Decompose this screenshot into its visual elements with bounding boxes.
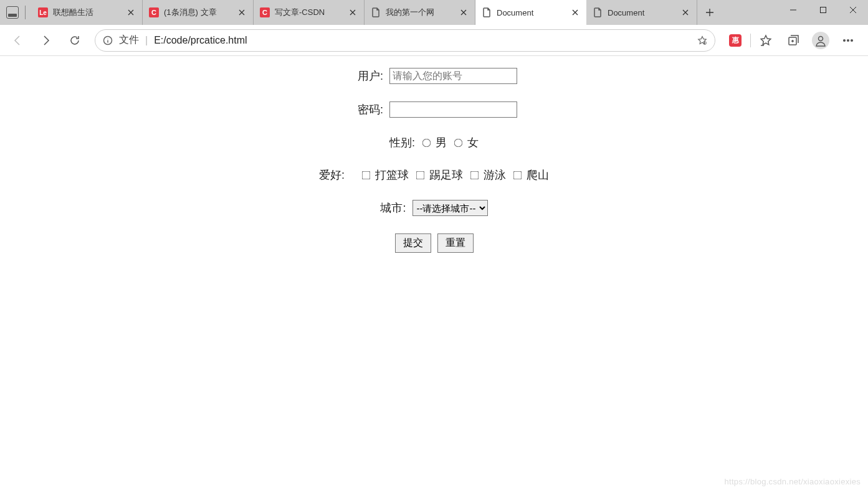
hobby-checkbox-basketball[interactable] bbox=[362, 171, 371, 179]
tab-actions-button-group bbox=[0, 0, 32, 25]
tab-csdn-write[interactable]: C 写文章-CSDN bbox=[254, 0, 365, 25]
document-icon bbox=[593, 7, 603, 17]
watermark: https://blog.csdn.net/xiaoxiaoxiexies bbox=[725, 477, 861, 486]
close-icon[interactable] bbox=[570, 7, 580, 17]
page-viewport: 用户: 密码: 性别: 男 女 爱好: bbox=[0, 56, 868, 490]
tab-title: 我的第一个网 bbox=[386, 7, 454, 18]
row-password: 密码: bbox=[0, 101, 868, 118]
tab-lenovo[interactable]: Le 联想酷生活 bbox=[32, 0, 143, 25]
svg-point-6 bbox=[847, 39, 849, 41]
row-buttons: 提交 重置 bbox=[0, 233, 868, 253]
tab-myfirst[interactable]: 我的第一个网 bbox=[365, 0, 475, 25]
toolbar: 文件 | E:/code/prcatice.html 惠 bbox=[0, 25, 868, 56]
close-icon[interactable] bbox=[459, 7, 469, 17]
svg-point-5 bbox=[844, 39, 846, 41]
row-user: 用户: bbox=[0, 68, 868, 84]
row-gender: 性别: 男 女 bbox=[0, 135, 868, 150]
tab-document-2[interactable]: Document bbox=[586, 0, 697, 25]
password-label: 密码: bbox=[351, 102, 383, 117]
tabs-container: Le 联想酷生活 C (1条消息) 文章 C 写文章-CSDN 我的第一个网 bbox=[32, 0, 778, 25]
favicon-csdn: C bbox=[149, 7, 159, 17]
hobby-label: 爱好: bbox=[319, 167, 345, 182]
maximize-button[interactable] bbox=[808, 0, 838, 20]
hobby-option-football: 踢足球 bbox=[429, 167, 463, 182]
hobby-option-swim: 游泳 bbox=[484, 167, 506, 182]
titlebar: Le 联想酷生活 C (1条消息) 文章 C 写文章-CSDN 我的第一个网 bbox=[0, 0, 868, 25]
tab-csdn-msg[interactable]: C (1条消息) 文章 bbox=[143, 0, 254, 25]
svg-point-4 bbox=[819, 36, 823, 40]
gender-radio-male[interactable] bbox=[422, 138, 431, 147]
refresh-button[interactable] bbox=[62, 28, 87, 53]
forward-button[interactable] bbox=[34, 28, 59, 53]
toolbar-right-icons: 惠 bbox=[723, 28, 863, 53]
city-label: 城市: bbox=[380, 200, 406, 215]
document-icon bbox=[371, 7, 381, 17]
menu-button[interactable] bbox=[836, 28, 861, 53]
gender-option-male: 男 bbox=[436, 135, 447, 150]
tab-document-active[interactable]: Document bbox=[475, 0, 586, 25]
tab-title: (1条消息) 文章 bbox=[164, 7, 232, 18]
svg-point-7 bbox=[851, 39, 853, 41]
close-icon[interactable] bbox=[680, 7, 690, 17]
hobby-option-basketball: 打篮球 bbox=[375, 167, 409, 182]
scheme-label: 文件 bbox=[119, 34, 139, 47]
hobby-checkbox-climb[interactable] bbox=[513, 171, 522, 179]
close-button[interactable] bbox=[838, 0, 868, 20]
close-icon[interactable] bbox=[237, 7, 247, 17]
extension-badge[interactable]: 惠 bbox=[723, 28, 748, 53]
tab-actions-icon[interactable] bbox=[6, 6, 19, 19]
back-button[interactable] bbox=[5, 28, 30, 53]
tab-title: Document bbox=[608, 8, 675, 17]
tab-title: 联想酷生活 bbox=[53, 7, 121, 18]
close-icon[interactable] bbox=[348, 7, 358, 17]
reset-button[interactable]: 重置 bbox=[437, 233, 474, 253]
form: 用户: 密码: 性别: 男 女 爱好: bbox=[0, 68, 868, 253]
gender-label: 性别: bbox=[389, 135, 415, 150]
divider bbox=[25, 6, 26, 19]
minimize-button[interactable] bbox=[778, 0, 808, 20]
hobby-checkbox-swim[interactable] bbox=[470, 171, 479, 179]
city-select[interactable]: --请选择城市-- bbox=[413, 200, 488, 216]
hobby-option-climb: 爬山 bbox=[527, 167, 549, 182]
collections-icon[interactable] bbox=[781, 28, 806, 53]
window-controls bbox=[778, 0, 868, 25]
close-icon[interactable] bbox=[126, 7, 136, 17]
info-icon bbox=[103, 35, 113, 45]
user-label: 用户: bbox=[351, 68, 383, 83]
favicon-lenovo: Le bbox=[38, 7, 48, 17]
svg-rect-0 bbox=[821, 7, 826, 13]
row-hobby: 爱好: 打篮球 踢足球 游泳 爬山 bbox=[0, 167, 868, 182]
user-input[interactable] bbox=[389, 68, 517, 84]
url-text: E:/code/prcatice.html bbox=[154, 35, 691, 46]
hobby-checkbox-football[interactable] bbox=[416, 171, 425, 179]
separator: | bbox=[145, 35, 148, 46]
favorite-icon[interactable] bbox=[697, 35, 707, 45]
submit-button[interactable]: 提交 bbox=[395, 233, 431, 253]
favicon-csdn: C bbox=[260, 7, 270, 17]
tab-title: Document bbox=[497, 8, 565, 17]
addressbar[interactable]: 文件 | E:/code/prcatice.html bbox=[95, 29, 715, 52]
password-input[interactable] bbox=[389, 101, 517, 118]
favorites-icon[interactable] bbox=[753, 28, 778, 53]
row-city: 城市: --请选择城市-- bbox=[0, 200, 868, 216]
divider bbox=[750, 34, 751, 47]
document-icon bbox=[482, 7, 492, 17]
profile-button[interactable] bbox=[808, 28, 833, 53]
gender-radio-female[interactable] bbox=[454, 138, 463, 147]
tab-title: 写文章-CSDN bbox=[275, 7, 343, 18]
new-tab-button[interactable] bbox=[697, 0, 722, 25]
gender-option-female: 女 bbox=[467, 135, 479, 150]
